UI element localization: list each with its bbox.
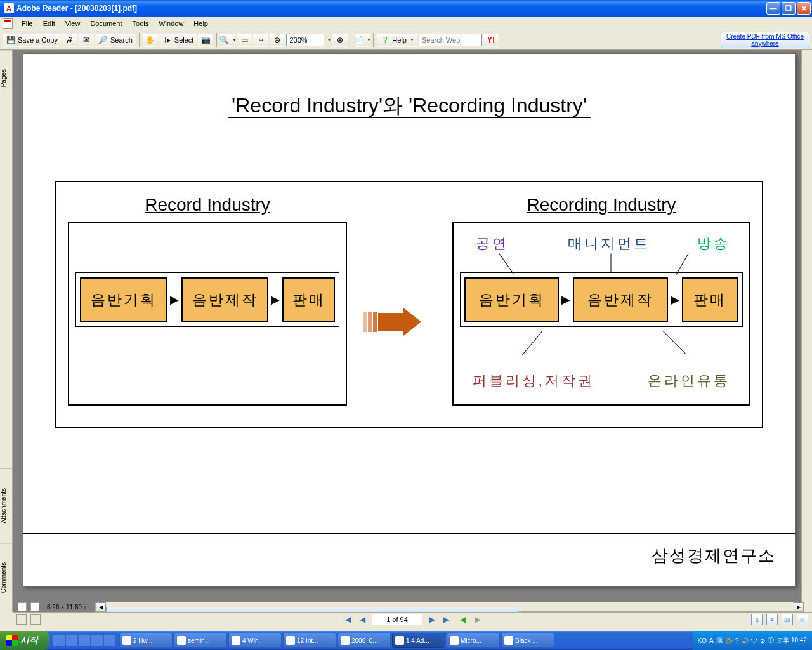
menu-help[interactable]: Help — [188, 18, 213, 29]
quick-launch-item[interactable] — [91, 635, 103, 646]
fit-page-icon: ▭ — [239, 35, 249, 45]
horizontal-scrollbar[interactable]: ◀ ▶ — [95, 602, 804, 612]
menu-file[interactable]: File — [16, 18, 38, 29]
taskbar-app-label: 12 Int... — [297, 637, 318, 644]
zoom-dropdown[interactable]: ▼ — [327, 37, 331, 42]
arrow-icon: ▶ — [170, 293, 179, 307]
fit-width-icon: ↔ — [256, 35, 266, 45]
quick-launch-item[interactable] — [79, 635, 90, 646]
scroll-left-button[interactable]: ◀ — [96, 602, 106, 611]
taskbar-app-label: 1 4 Ad... — [406, 637, 429, 644]
zoom-in-button[interactable]: 🔍▼ — [220, 33, 235, 47]
taskbar-app-button[interactable]: 2 Hw... — [119, 633, 173, 648]
last-page-button[interactable]: ▶| — [442, 614, 453, 625]
create-pdf-promo[interactable]: Create PDF from MS Officeanywhere — [721, 32, 809, 48]
yahoo-search-button[interactable]: Y! — [483, 33, 499, 47]
taskbar-app-button[interactable]: 1 4 Ad... — [392, 633, 445, 648]
document-icon — [3, 18, 13, 29]
taskbar-app-button[interactable]: Micro... — [447, 633, 500, 648]
start-button[interactable]: 시작 — [0, 631, 49, 650]
web-search-input[interactable] — [419, 34, 482, 46]
tray-icon[interactable]: ? — [735, 637, 739, 644]
close-button[interactable]: ✕ — [797, 2, 811, 15]
attachments-tab[interactable]: Attachments — [0, 468, 12, 543]
back-view-button[interactable]: ◀ — [457, 614, 468, 625]
document-viewport[interactable]: 'Record Industry'와 'Recording Industry' … — [13, 50, 812, 612]
vertical-scrollbar[interactable] — [801, 50, 812, 612]
quick-launch-item[interactable] — [104, 635, 115, 646]
taskbar-app-button[interactable]: Black ... — [501, 633, 554, 648]
taskbar-app-button[interactable]: semin... — [174, 633, 227, 648]
save-copy-button[interactable]: 💾Save a Copy — [3, 33, 61, 47]
menu-window[interactable]: Window — [154, 18, 188, 29]
zoom-out-button[interactable]: ⊖ — [270, 33, 285, 47]
taskbar-app-label: Black ... — [515, 637, 538, 644]
page-layout-icon[interactable] — [18, 602, 27, 611]
page-number-input[interactable] — [372, 614, 422, 625]
next-page-button[interactable]: ▶ — [426, 614, 438, 625]
quick-launch-item[interactable] — [53, 635, 65, 646]
taskbar-app-button[interactable]: 4 Win... — [228, 633, 282, 648]
arrow-icon: ▶ — [561, 293, 570, 307]
arrow-icon: ▶ — [271, 293, 280, 307]
taskbar-app-button[interactable]: 2006_0... — [337, 633, 391, 648]
hand-icon: ✋ — [145, 35, 155, 45]
read-button[interactable]: 📄▼ — [355, 33, 370, 47]
scroll-right-button[interactable]: ▶ — [794, 602, 804, 611]
chain-box-sell: 판매 — [682, 277, 738, 322]
page-layout-icon[interactable] — [30, 602, 39, 611]
fit-width-button[interactable]: ↔ — [253, 33, 268, 47]
help-button[interactable]: ?Help▼ — [377, 33, 417, 47]
slide-title: 'Record Industry'와 'Recording Industry' — [23, 92, 795, 120]
view-icon[interactable] — [16, 614, 27, 625]
lang-indicator[interactable]: KO — [698, 637, 707, 644]
search-button[interactable]: 🔎Search — [95, 33, 136, 47]
restore-button[interactable]: ❐ — [782, 2, 796, 15]
taskbar-app-label: 2006_0... — [351, 637, 378, 644]
tray-icon[interactable]: ⊘ — [760, 637, 765, 644]
yahoo-icon: Y! — [487, 36, 495, 44]
task-buttons: 2 Hw...semin...4 Win...12 Int...2006_0..… — [119, 633, 693, 648]
tray-icon[interactable]: 🔊 — [741, 637, 749, 644]
menu-edit[interactable]: Edit — [38, 18, 60, 29]
fit-page-button[interactable]: ▭ — [237, 33, 252, 47]
taskbar-app-label: Micro... — [461, 637, 481, 644]
select-tool-button[interactable]: I▸Select — [159, 33, 197, 47]
app-icon — [341, 636, 350, 645]
app-icon — [232, 636, 240, 645]
forward-view-button[interactable]: ▶ — [472, 614, 483, 625]
minimize-button[interactable]: — — [766, 2, 780, 15]
app-icon — [286, 636, 295, 645]
single-page-view-button[interactable]: ▯ — [751, 614, 763, 625]
menu-view[interactable]: View — [60, 18, 86, 29]
quick-launch-item[interactable] — [66, 635, 77, 646]
zoom-input[interactable] — [286, 34, 324, 46]
prev-page-button[interactable]: ◀ — [357, 614, 368, 625]
menu-tools[interactable]: Tools — [128, 18, 154, 29]
print-button[interactable]: 🖨 — [62, 33, 77, 47]
ime-hanja-indicator[interactable]: 漢 — [716, 636, 723, 645]
pages-tab[interactable]: Pages — [0, 50, 12, 106]
comments-tab[interactable]: Comments — [0, 543, 12, 612]
hand-tool-button[interactable]: ✋ — [143, 33, 158, 47]
right-chain: 음반기획 ▶ 음반제작 ▶ 판매 — [460, 272, 743, 327]
clock[interactable]: 오후 10:42 — [776, 636, 807, 645]
continuous-view-button[interactable]: ≡ — [766, 614, 778, 625]
page-nav-bar: |◀ ◀ ▶ ▶| ◀ ▶ ▯ ≡ ▯▯ ⊞ — [13, 612, 812, 626]
first-page-button[interactable]: |◀ — [341, 614, 353, 625]
tray-icon[interactable]: 🔆 — [725, 637, 733, 644]
status-left: 8.26 x 11.69 in — [18, 602, 93, 612]
taskbar-app-button[interactable]: 12 Int... — [283, 633, 336, 648]
facing-view-button[interactable]: ▯▯ — [782, 614, 793, 625]
snapshot-tool-button[interactable]: 📷 — [198, 33, 213, 47]
email-button[interactable]: ✉ — [79, 33, 94, 47]
menu-document[interactable]: Document — [85, 18, 127, 29]
tray-icon[interactable]: 🛡 — [751, 637, 757, 644]
system-tray[interactable]: KO A 漢 🔆 ? 🔊 🛡 ⊘ ⓘ 오후 10:42 — [693, 631, 813, 650]
zoom-plus-button[interactable]: ⊕ — [332, 33, 348, 47]
ime-indicator[interactable]: A — [709, 637, 714, 644]
tray-icon[interactable]: ⓘ — [768, 636, 774, 645]
page-icon: 📄 — [354, 35, 363, 45]
view-icon[interactable] — [30, 614, 41, 625]
continuous-facing-view-button[interactable]: ⊞ — [797, 614, 808, 625]
